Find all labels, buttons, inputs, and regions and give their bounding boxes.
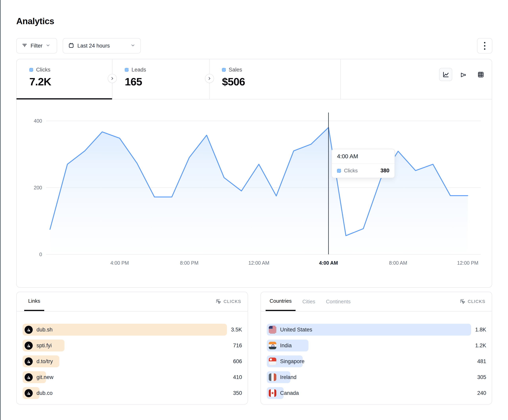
analytics-card: Clicks 7.2K Leads 165 Sales $506: [16, 59, 492, 288]
dub-logo-icon: [26, 391, 31, 395]
row-value: 1.2K: [475, 342, 486, 349]
links-list: dub.sh3.5Kspti.fyi716d.to/try606git.new4…: [17, 311, 247, 399]
tab-sales[interactable]: Sales $506: [222, 67, 245, 88]
date-range-label: Last 24 hours: [77, 43, 110, 49]
chart-tooltip: 4:00 AM Clicks 380: [331, 149, 395, 178]
country-row[interactable]: Ireland305: [267, 371, 486, 383]
x-axis-label: 8:00 PM: [180, 260, 198, 266]
link-row[interactable]: dub.co350: [22, 387, 242, 399]
row-label: git.new: [37, 374, 53, 380]
row-value: 1.8K: [475, 327, 486, 333]
chevron-down-icon: [131, 43, 135, 49]
tooltip-time: 4:00 AM: [332, 149, 395, 164]
link-avatar: [25, 373, 33, 381]
clicks-area-chart[interactable]: 02004004:00 PM8:00 PM12:00 AM4:00 AM8:00…: [17, 100, 492, 288]
chart-canvas: 02004004:00 PM8:00 PM12:00 AM4:00 AM8:00…: [17, 100, 492, 288]
row-label: dub.sh: [37, 327, 52, 333]
divider: [340, 59, 341, 100]
leads-value: 165: [125, 75, 146, 88]
flag-ie-icon: [269, 373, 276, 381]
row-label: dub.co: [37, 390, 52, 396]
filter-icon: [22, 43, 27, 49]
tab-cities[interactable]: Cities: [298, 292, 319, 311]
link-row[interactable]: spti.fyi716: [22, 340, 242, 351]
row-value: 3.5K: [231, 327, 242, 333]
dub-logo-icon: [26, 343, 31, 348]
clicks-value: 7.2K: [29, 75, 51, 88]
links-metric-selector[interactable]: CLICKS: [216, 292, 241, 311]
tab-leads[interactable]: Leads 165: [125, 67, 146, 88]
chevron-right-icon: [207, 76, 212, 81]
sales-marker-icon: [222, 68, 226, 72]
country-row[interactable]: Canada240: [267, 387, 486, 399]
tab-clicks[interactable]: Clicks 7.2K: [29, 67, 51, 88]
dub-logo-icon: [26, 375, 31, 380]
row-label: spti.fyi: [37, 342, 52, 349]
window-edge-strip: [0, 0, 0, 420]
filter-button[interactable]: Filter: [16, 38, 57, 53]
country-row[interactable]: United States1.8K: [267, 324, 486, 336]
countries-list: United States1.8KIndia1.2KSingapore481Ir…: [261, 311, 492, 399]
link-row[interactable]: d.to/try606: [22, 355, 242, 367]
expand-clicks-button[interactable]: [108, 74, 117, 83]
flag-sg-icon: [269, 358, 276, 365]
area-fill: [50, 128, 468, 254]
line-chart-icon: [442, 71, 449, 78]
stats-tabs-row: Clicks 7.2K Leads 165 Sales $506: [17, 59, 492, 100]
link-avatar: [25, 357, 33, 366]
links-panel-header: Links CLICKS: [17, 292, 247, 311]
kebab-dot: [484, 48, 486, 50]
expand-leads-button[interactable]: [205, 74, 214, 83]
dub-logo-icon: [26, 327, 31, 332]
table-grid-icon: [477, 71, 484, 78]
row-value: 606: [233, 358, 242, 364]
countries-panel-header: CountriesCitiesContinents CLICKS: [261, 292, 492, 311]
value-bar: [22, 324, 227, 336]
row-value: 350: [233, 390, 242, 396]
line-chart-view-button[interactable]: [439, 68, 452, 81]
clicks-marker-icon: [29, 68, 33, 72]
row-value: 481: [477, 358, 486, 364]
x-axis-label: 12:00 PM: [457, 260, 478, 266]
page-title: Analytics: [16, 16, 54, 26]
countries-metric-selector[interactable]: CLICKS: [460, 292, 486, 311]
date-range-button[interactable]: Last 24 hours: [63, 38, 141, 53]
row-label: United States: [280, 327, 312, 333]
leads-marker-icon: [125, 68, 128, 72]
sales-value: $506: [222, 75, 245, 88]
funnel-view-button[interactable]: [457, 68, 470, 81]
links-metric-label: CLICKS: [224, 299, 241, 304]
tab-links[interactable]: Links: [24, 292, 44, 311]
row-label: India: [280, 342, 292, 349]
y-axis-label: 200: [34, 185, 42, 190]
flag-in-icon: [269, 342, 276, 349]
link-row[interactable]: git.new410: [22, 371, 242, 383]
link-row[interactable]: dub.sh3.5K: [22, 324, 242, 336]
row-value: 716: [233, 342, 242, 349]
row-value: 240: [477, 390, 486, 396]
row-label: Ireland: [280, 374, 297, 380]
cursor-click-icon: [216, 298, 221, 304]
funnel-chart-icon: [460, 71, 467, 78]
tab-countries[interactable]: Countries: [266, 292, 296, 311]
row-label: Singapore: [280, 358, 305, 364]
kebab-dot: [484, 45, 486, 47]
table-view-button[interactable]: [474, 68, 487, 81]
kebab-dot: [484, 42, 486, 43]
row-value: 410: [233, 374, 242, 380]
countries-panel: CountriesCitiesContinents CLICKS United …: [261, 292, 492, 405]
cursor-click-icon: [460, 298, 466, 304]
chevron-right-icon: [110, 76, 114, 81]
row-label: Canada: [280, 390, 299, 396]
tooltip-series-value: 380: [381, 168, 389, 174]
more-options-button[interactable]: [477, 38, 492, 53]
country-row[interactable]: Singapore481: [267, 355, 486, 367]
y-axis-label: 400: [34, 118, 42, 124]
tab-continents[interactable]: Continents: [322, 292, 354, 311]
row-value: 305: [477, 374, 486, 380]
row-label: d.to/try: [37, 358, 53, 364]
leads-label: Leads: [132, 67, 146, 73]
calendar-icon: [68, 42, 74, 49]
country-row[interactable]: India1.2K: [267, 340, 486, 351]
sales-label: Sales: [229, 67, 242, 73]
